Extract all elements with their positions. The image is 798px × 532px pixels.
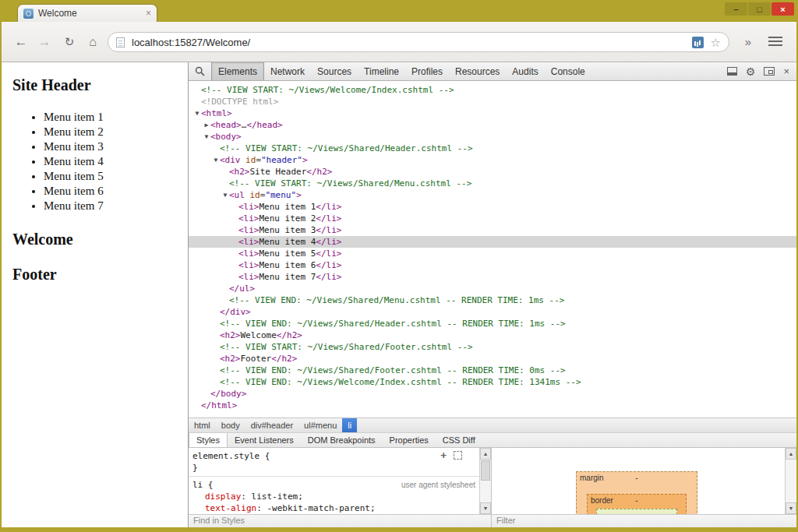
tree-row[interactable]: <!-- VIEW START: ~/Views/Shared/Footer.c… [189,341,796,353]
breadcrumb-item[interactable]: html [189,418,216,432]
tree-row[interactable]: <li>Menu item 6</li> [189,259,796,271]
border-top-value[interactable]: - [635,496,637,505]
breadcrumb-item[interactable]: ul#menu [298,418,342,432]
rule-selector[interactable]: li { [192,479,214,491]
tree-row[interactable]: <h2>Footer</h2> [189,353,796,365]
tree-row[interactable]: <!-- VIEW END: ~/Views/Welcome/Index.csh… [189,376,796,388]
scroll-up-icon[interactable]: ▲ [480,448,491,460]
dock-window-icon[interactable] [764,67,775,76]
minimize-button[interactable]: – [725,2,747,16]
back-button[interactable]: ← [11,32,31,52]
devtools-close-icon[interactable]: × [783,66,789,76]
tree-row[interactable]: <!-- VIEW END: ~/Views/Shared/Header.csh… [189,318,796,329]
metrics-filter-input[interactable]: Filter [492,514,796,527]
code-token: </h2> [306,167,332,177]
hamburger-menu-icon[interactable] [768,37,784,48]
tab-close-icon[interactable]: × [146,9,151,18]
devtools-tab-profiles[interactable]: Profiles [405,62,449,80]
sidebar-tab-dom-breakpoints[interactable]: DOM Breakpoints [301,433,383,447]
tree-row[interactable]: </ul> [189,283,796,294]
style-property[interactable]: text-align: -webkit-match-parent; [192,502,475,514]
tree-row[interactable]: <li>Menu item 5</li> [189,248,796,259]
expand-arrow-right-icon[interactable]: ▶ [203,119,210,131]
tree-row[interactable]: ▼<ul id="menu"> [189,189,796,201]
extensions-overflow-icon[interactable]: » [740,32,756,52]
style-property[interactable]: display: list-item; [192,491,475,502]
html5-badge-icon[interactable] [692,37,704,48]
omnibox[interactable]: localhost:15827/Welcome/ ☆ [108,32,729,52]
breadcrumb-item[interactable]: body [216,418,245,432]
tree-row[interactable]: ▼<html> [189,107,796,119]
tree-row[interactable]: <!-- VIEW START: ~/Views/Shared/Header.c… [189,143,796,154]
browser-tab[interactable]: Welcome × [17,4,157,22]
code-token: <li> [238,225,260,235]
devtools-toolbar: ElementsNetworkSourcesTimelineProfilesRe… [189,62,796,81]
styles-content: element.style {+}li {user agent styleshe… [189,448,479,514]
scroll-down-icon[interactable]: ▼ [480,502,491,514]
devtools-toolbar-right: ⚙ × [727,62,796,80]
reload-button[interactable]: ↻ [59,32,79,52]
devtools-panel: ElementsNetworkSourcesTimelineProfilesRe… [188,62,796,527]
tree-row[interactable]: ▼<div id="header"> [189,154,796,166]
expand-arrow-down-icon[interactable]: ▼ [221,189,229,201]
devtools-tab-audits[interactable]: Audits [506,62,544,80]
tree-row[interactable]: ▶<head>…</head> [189,119,796,131]
home-button[interactable]: ⌂ [83,32,103,52]
tree-row[interactable]: <!-- VIEW END: ~/Views/Shared/Menu.cshtm… [189,294,796,306]
code-token: </ul> [229,284,255,294]
sidebar-tab-properties[interactable]: Properties [383,433,436,447]
margin-top-value[interactable]: - [635,474,637,482]
tree-row[interactable]: <!-- VIEW START: ~/Views/Welcome/Index.c… [189,84,796,96]
toggle-console-drawer-icon[interactable] [727,67,737,76]
tree-row[interactable]: <!-- VIEW START: ~/Views/Shared/Menu.csh… [189,178,796,189]
metrics-scrollbar[interactable]: ▲ ▼ [785,448,796,514]
devtools-tab-network[interactable]: Network [264,62,311,80]
tree-row[interactable]: <li>Menu item 3</li> [189,224,796,236]
tree-row[interactable]: </html> [189,400,796,411]
devtools-tab-elements[interactable]: Elements [211,62,264,80]
expand-arrow-down-icon[interactable]: ▼ [193,107,201,119]
tree-row[interactable]: </body> [189,388,796,400]
expand-arrow-down-icon[interactable]: ▼ [203,131,210,143]
toggle-element-state-icon[interactable] [454,451,462,460]
tree-row[interactable]: <li>Menu item 4</li> [189,236,796,248]
tree-row[interactable]: ▼<body> [189,131,796,143]
devtools-tab-sources[interactable]: Sources [311,62,358,80]
devtools-tab-console[interactable]: Console [545,62,591,80]
devtools-tab-timeline[interactable]: Timeline [358,62,405,80]
forward-button[interactable]: → [34,32,55,52]
tree-row[interactable]: <h2>Welcome</h2> [189,329,796,341]
expand-arrow-down-icon[interactable]: ▼ [212,154,220,166]
settings-gear-icon[interactable]: ⚙ [746,66,756,77]
scroll-down-icon[interactable]: ▼ [786,502,796,514]
scrollbar-thumb[interactable] [481,460,490,481]
rule-close-brace: } [192,462,475,474]
scroll-up-icon[interactable]: ▲ [786,448,796,460]
breadcrumb-item[interactable]: li [342,418,357,432]
new-style-rule-icon[interactable]: + [440,451,447,460]
address-input[interactable]: localhost:15827/Welcome/ [132,37,692,48]
tree-row[interactable]: <!DOCTYPE html> [189,96,796,107]
tree-row[interactable]: </div> [189,306,796,318]
sidebar-tab-styles[interactable]: Styles [189,433,228,447]
close-button[interactable]: × [772,2,794,16]
inspect-search-icon[interactable] [189,62,211,80]
sidebar-tab-event-listeners[interactable]: Event Listeners [228,433,301,447]
maximize-button[interactable]: □ [748,2,771,16]
rule-selector[interactable]: element.style { [192,450,270,462]
find-in-styles-input[interactable]: Find in Styles [189,514,491,527]
tree-row[interactable]: <!-- VIEW END: ~/Views/Shared/Footer.csh… [189,365,796,376]
code-token: <h2> [220,354,241,364]
tree-row[interactable]: <li>Menu item 2</li> [189,213,796,224]
devtools-lower: element.style {+}li {user agent styleshe… [189,448,796,527]
styles-pane: element.style {+}li {user agent styleshe… [189,448,492,527]
sidebar-tab-css-diff[interactable]: CSS Diff [436,433,482,447]
menu-item: Menu item 2 [44,125,188,139]
tree-row[interactable]: <h2>Site Header</h2> [189,166,796,178]
styles-scrollbar[interactable]: ▲ ▼ [479,448,491,514]
tree-row[interactable]: <li>Menu item 1</li> [189,201,796,213]
bookmark-star-icon[interactable]: ☆ [711,37,721,48]
tree-row[interactable]: <li>Menu item 7</li> [189,271,796,283]
breadcrumb-item[interactable]: div#header [245,418,298,432]
devtools-tab-resources[interactable]: Resources [449,62,506,80]
